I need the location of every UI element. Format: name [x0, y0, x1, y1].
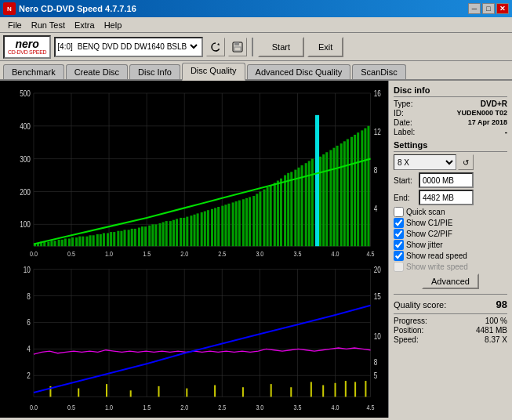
svg-rect-122	[322, 154, 325, 246]
svg-rect-77	[165, 221, 168, 246]
advanced-button[interactable]: Advanced	[422, 273, 479, 289]
tab-scan-disc[interactable]: ScanDisc	[352, 64, 405, 79]
svg-rect-112	[287, 173, 289, 246]
menu-help[interactable]: Help	[100, 19, 127, 31]
svg-rect-85	[193, 215, 195, 246]
svg-text:16: 16	[374, 89, 381, 99]
menu-run-test[interactable]: Run Test	[27, 19, 70, 31]
svg-text:10: 10	[374, 331, 381, 341]
tab-disc-quality[interactable]: Disc Quality	[182, 63, 245, 81]
refresh-icon[interactable]	[206, 38, 225, 56]
end-label: End:	[394, 194, 416, 202]
exit-button[interactable]: Exit	[307, 37, 343, 57]
disc-id-row: ID: YUDEN000 T02	[394, 109, 507, 118]
svg-rect-89	[207, 210, 209, 246]
svg-rect-126	[336, 146, 339, 246]
tab-advanced-disc-quality[interactable]: Advanced Disc Quality	[247, 64, 351, 79]
tab-benchmark[interactable]: Benchmark	[3, 64, 64, 79]
tab-create-disc[interactable]: Create Disc	[66, 64, 128, 79]
chart-area: 500 400 300 200 100 16 12 8 4 0.0 0.5 1.…	[0, 81, 388, 418]
svg-rect-60	[107, 233, 109, 246]
start-value[interactable]: 0000 MB	[419, 172, 474, 188]
show-c2pif-checkbox[interactable]	[394, 229, 404, 239]
drive-dropdown[interactable]: BENQ DVD DD DW1640 BSLB	[74, 42, 200, 52]
svg-rect-79	[172, 220, 175, 246]
disc-id-value: YUDEN000 T02	[456, 109, 507, 118]
menu-extra[interactable]: Extra	[70, 19, 100, 31]
speed-label: Speed:	[394, 335, 419, 344]
svg-rect-110	[280, 179, 282, 246]
svg-rect-58	[100, 234, 102, 246]
main-content: 500 400 300 200 100 16 12 8 4 0.0 0.5 1.…	[0, 81, 512, 418]
svg-rect-119	[311, 159, 314, 247]
drive-selector[interactable]: [4:0] BENQ DVD DD DW1640 BSLB	[54, 37, 202, 57]
show-read-speed-checkbox[interactable]	[394, 251, 404, 261]
svg-text:3.0: 3.0	[256, 249, 263, 258]
svg-rect-178	[186, 389, 187, 397]
maximize-button[interactable]: □	[482, 3, 495, 14]
svg-rect-102	[252, 196, 255, 246]
svg-rect-57	[96, 234, 99, 246]
tab-disc-info[interactable]: Disc Info	[129, 64, 180, 79]
close-button[interactable]: ✕	[496, 3, 509, 14]
svg-rect-188	[365, 381, 366, 396]
end-value[interactable]: 4482 MB	[419, 190, 474, 205]
settings-title: Settings	[394, 140, 507, 150]
svg-rect-99	[242, 199, 245, 246]
position-row: Position: 4481 MB	[394, 326, 507, 335]
disc-label-label: Label:	[394, 128, 415, 136]
svg-rect-136	[2, 259, 387, 416]
svg-rect-96	[232, 202, 234, 246]
show-c1pie-checkbox[interactable]	[394, 218, 404, 228]
svg-text:5: 5	[374, 371, 378, 380]
svg-rect-84	[190, 215, 192, 246]
speed-refresh-icon[interactable]: ↺	[458, 154, 474, 170]
svg-text:15: 15	[374, 291, 381, 301]
disc-type-label: Type:	[394, 100, 412, 108]
menu-bar: File Run Test Extra Help	[0, 17, 512, 33]
show-jitter-checkbox[interactable]	[394, 240, 404, 250]
svg-rect-180	[242, 387, 244, 396]
svg-rect-109	[277, 181, 279, 247]
svg-rect-65	[123, 230, 125, 246]
start-button[interactable]: Start	[258, 37, 304, 57]
svg-text:100: 100	[20, 219, 31, 230]
svg-rect-105	[263, 190, 265, 247]
menu-file[interactable]: File	[3, 19, 27, 31]
svg-rect-55	[89, 235, 91, 246]
svg-rect-43	[47, 242, 49, 247]
minimize-button[interactable]: ─	[468, 3, 481, 14]
svg-rect-91	[214, 208, 216, 246]
svg-rect-183	[310, 382, 312, 397]
quality-row: Quality score: 98	[394, 299, 507, 310]
svg-rect-1	[234, 42, 239, 45]
svg-text:4.0: 4.0	[332, 249, 340, 258]
show-write-speed-row: Show write speed	[394, 262, 507, 272]
quick-scan-row: Quick scan	[394, 207, 507, 217]
svg-rect-51	[75, 237, 78, 246]
show-c1pie-row: Show C1/PIE	[394, 218, 507, 228]
svg-rect-63	[117, 231, 119, 247]
svg-rect-176	[130, 390, 132, 396]
svg-rect-68	[134, 229, 136, 246]
svg-rect-107	[270, 185, 272, 246]
progress-row: Progress: 100 %	[394, 317, 507, 325]
svg-text:4: 4	[27, 344, 31, 353]
quick-scan-checkbox[interactable]	[394, 207, 404, 217]
svg-text:2.5: 2.5	[218, 249, 226, 258]
disc-date-label: Date:	[394, 118, 412, 127]
svg-rect-46	[58, 240, 60, 246]
nero-sub-text: CD-DVD SPEED	[8, 49, 46, 55]
svg-rect-184	[322, 386, 324, 397]
svg-rect-125	[332, 148, 335, 247]
svg-rect-111	[284, 176, 286, 247]
show-write-speed-checkbox	[394, 262, 404, 272]
svg-rect-129	[347, 139, 349, 247]
svg-text:500: 500	[20, 89, 31, 99]
svg-rect-86	[197, 213, 199, 246]
svg-rect-123	[325, 152, 328, 246]
speed-select[interactable]: 8 X 4 X 2 X 1 X	[394, 154, 456, 170]
save-icon[interactable]	[228, 38, 247, 56]
svg-rect-175	[106, 384, 107, 396]
svg-rect-182	[290, 387, 292, 396]
